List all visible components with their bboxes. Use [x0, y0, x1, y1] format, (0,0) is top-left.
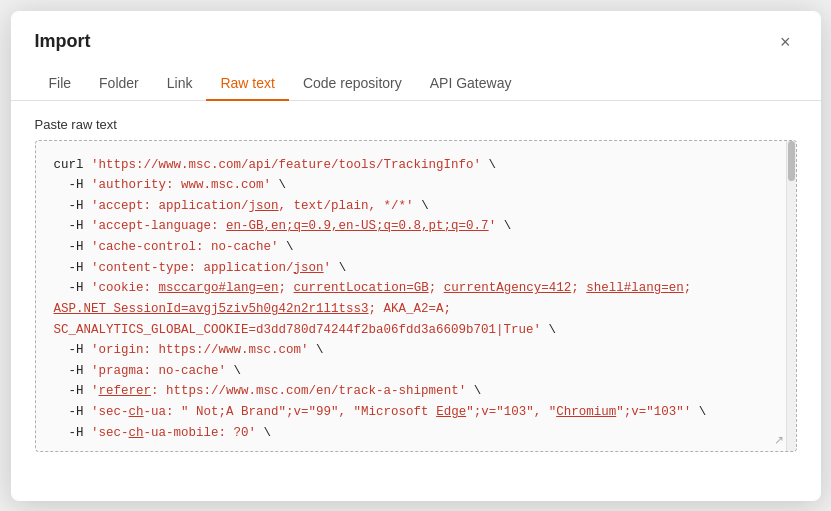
close-button[interactable]: ×	[774, 31, 797, 53]
tab-file[interactable]: File	[35, 67, 86, 101]
resize-handle[interactable]: ↗	[774, 433, 784, 447]
dialog-title: Import	[35, 31, 91, 52]
scrollbar[interactable]	[786, 141, 796, 451]
section-label: Paste raw text	[11, 101, 821, 140]
tab-bar: File Folder Link Raw text Code repositor…	[11, 53, 821, 101]
code-area[interactable]: curl 'https://www.msc.com/api/feature/to…	[36, 141, 796, 451]
scrollbar-thumb	[788, 141, 795, 181]
tab-api-gateway[interactable]: API Gateway	[416, 67, 526, 101]
tab-folder[interactable]: Folder	[85, 67, 153, 101]
tab-code-repository[interactable]: Code repository	[289, 67, 416, 101]
tab-raw-text[interactable]: Raw text	[206, 67, 288, 101]
import-dialog: Import × File Folder Link Raw text Code …	[11, 11, 821, 501]
code-area-wrapper: curl 'https://www.msc.com/api/feature/to…	[35, 140, 797, 452]
tab-link[interactable]: Link	[153, 67, 207, 101]
dialog-header: Import ×	[11, 11, 821, 53]
